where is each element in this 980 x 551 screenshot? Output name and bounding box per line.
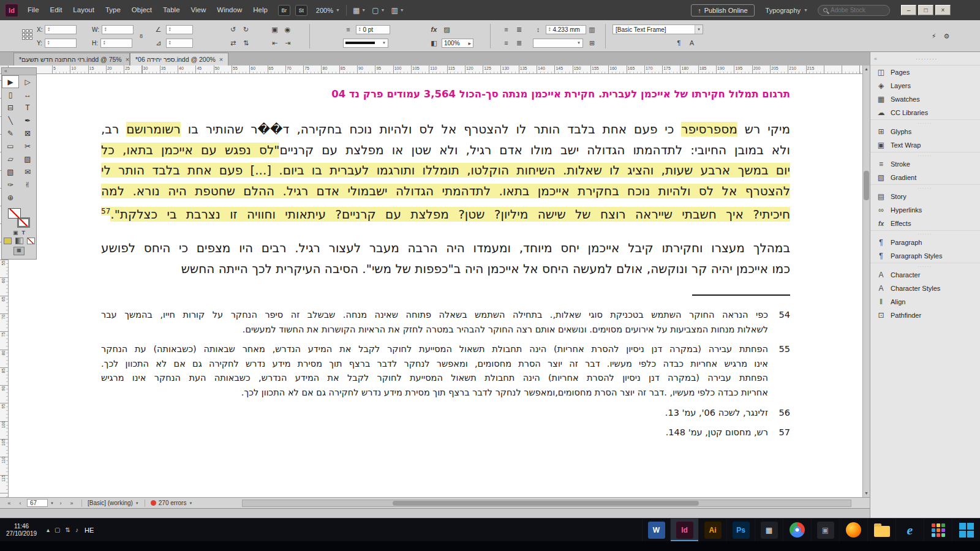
- search-input[interactable]: [831, 7, 883, 13]
- stock-icon[interactable]: St: [295, 5, 307, 16]
- minimize-button[interactable]: –: [901, 5, 916, 15]
- menu-layout[interactable]: Layout: [67, 0, 100, 20]
- columns-icon[interactable]: ▥: [587, 24, 597, 34]
- rectangle-frame-tool[interactable]: ⊠: [19, 127, 36, 140]
- gutter-icon[interactable]: ⊞: [587, 38, 597, 48]
- panel-item-character-styles[interactable]: ACharacter Styles: [870, 282, 980, 295]
- taskbar-apps-grid[interactable]: [924, 519, 952, 541]
- menu-view[interactable]: View: [186, 0, 212, 20]
- panel-item-pathfinder[interactable]: ⊡Pathfinder: [870, 309, 980, 322]
- taskbar-illustrator[interactable]: Ai: [698, 519, 726, 541]
- panel-options-gear-icon[interactable]: ⚙: [941, 31, 952, 41]
- content-collector-tool[interactable]: ⊟: [2, 101, 19, 114]
- tray-network-icon[interactable]: ⇅: [66, 527, 70, 533]
- screen-mode-dropdown[interactable]: ▢▼: [372, 6, 385, 15]
- pen-tool[interactable]: ✒: [19, 114, 36, 127]
- scroll-up-icon[interactable]: ▲: [863, 66, 870, 73]
- reference-point-proxy[interactable]: [22, 29, 32, 40]
- pencil-tool[interactable]: ✎: [2, 127, 19, 140]
- taskbar-firefox[interactable]: [839, 519, 867, 541]
- opacity-field[interactable]: 100%▶: [442, 39, 473, 48]
- rectangle-tool[interactable]: ▭: [2, 140, 19, 152]
- tray-display-icon[interactable]: ▢: [55, 527, 60, 533]
- arrange-documents-dropdown[interactable]: ▥▼: [391, 6, 404, 15]
- last-page-button[interactable]: »: [67, 500, 76, 506]
- panel-item-hyperlinks[interactable]: ∞Hyperlinks: [870, 203, 980, 217]
- preflight-profile-label[interactable]: [Basic] (working): [88, 500, 133, 506]
- zoom-level-dropdown[interactable]: 200% ▼: [316, 7, 340, 14]
- page-tool[interactable]: ▯: [2, 88, 19, 101]
- preflight-errors-label[interactable]: 270 errors: [159, 500, 187, 506]
- scissors-tool[interactable]: ✂: [19, 140, 36, 152]
- tab-close-icon[interactable]: ×: [219, 56, 223, 63]
- taskbar-chrome[interactable]: [783, 519, 811, 541]
- menu-table[interactable]: Table: [157, 0, 186, 20]
- effects-fx-icon[interactable]: fx: [429, 24, 439, 34]
- panel-item-effects[interactable]: fxEffects: [870, 217, 980, 230]
- note-tool[interactable]: ✉: [19, 165, 36, 178]
- select-previous-icon[interactable]: ⇤: [270, 38, 280, 48]
- object-style-dropdown[interactable]: [Basic Text Frame]▼: [612, 24, 703, 34]
- close-button[interactable]: ×: [935, 5, 951, 15]
- flip-vertical-icon[interactable]: ⇅: [241, 38, 251, 48]
- apply-none-button[interactable]: [27, 238, 35, 244]
- chevron-down-icon[interactable]: ▼: [50, 501, 54, 505]
- character-formatting-icon[interactable]: A: [687, 38, 697, 48]
- leading-field[interactable]: 4.233 mm: [546, 25, 586, 34]
- scroll-down-icon[interactable]: ▼: [863, 490, 870, 497]
- chevron-down-icon[interactable]: ▼: [135, 501, 139, 505]
- panel-item-cc-libraries[interactable]: ☁CC Libraries: [870, 106, 980, 119]
- menu-help[interactable]: Help: [247, 0, 273, 20]
- align-left-icon[interactable]: ≡: [501, 24, 511, 34]
- gpu-performance-icon[interactable]: ⚡: [929, 31, 939, 41]
- panel-item-align[interactable]: ‖Align: [870, 295, 980, 309]
- panel-item-story[interactable]: ▤Story: [870, 190, 980, 203]
- menu-object[interactable]: Object: [126, 0, 157, 20]
- panel-item-gradient[interactable]: ▧Gradient: [870, 171, 980, 184]
- shear-angle-field[interactable]: [166, 39, 193, 48]
- publish-online-button[interactable]: ↑ Publish Online: [691, 4, 754, 17]
- horizontal-scrollbar-thumb[interactable]: [393, 501, 699, 506]
- stroke-type-dropdown[interactable]: ▼: [343, 39, 388, 48]
- gradient-feather-tool[interactable]: ▧: [2, 165, 19, 178]
- x-field[interactable]: [45, 25, 77, 34]
- workspace-switcher[interactable]: Typography ▼: [766, 7, 808, 14]
- tray-show-hidden-icon[interactable]: ▴: [47, 527, 50, 533]
- menu-window[interactable]: Window: [211, 0, 247, 20]
- panel-item-text-wrap[interactable]: ▣Text Wrap: [870, 138, 980, 152]
- rotate-cw-icon[interactable]: ↻: [241, 24, 251, 34]
- stroke-swatch[interactable]: [17, 217, 30, 228]
- panel-item-pages[interactable]: ◫Pages: [870, 66, 980, 79]
- free-transform-tool[interactable]: ▱: [2, 152, 19, 165]
- height-field[interactable]: [100, 39, 132, 48]
- panel-dock-header[interactable]: « ∙∙∙∙∙∙∙∙: [870, 52, 980, 66]
- align-top-icon[interactable]: ≡: [501, 38, 511, 48]
- view-options-dropdown[interactable]: ▦▼: [353, 6, 366, 15]
- first-page-button[interactable]: «: [5, 500, 13, 506]
- select-content-icon[interactable]: ◉: [282, 24, 293, 34]
- menu-file[interactable]: File: [22, 0, 45, 20]
- page-number-field[interactable]: 67: [27, 499, 48, 507]
- eyedropper-tool[interactable]: ✑: [2, 178, 19, 191]
- taskbar-app-dark[interactable]: ▣: [811, 519, 839, 541]
- fill-stroke-proxy[interactable]: [8, 208, 30, 228]
- panel-item-character[interactable]: ACharacter: [870, 268, 980, 282]
- next-page-button[interactable]: ›: [56, 500, 65, 506]
- panel-item-stroke[interactable]: ≡Stroke: [870, 157, 980, 171]
- type-tool[interactable]: T: [19, 101, 36, 114]
- document-page[interactable]: תרגום תמלול חקירתו של אייכמן לעברית. חקי…: [9, 74, 862, 497]
- tools-panel-header[interactable]: «: [2, 68, 36, 75]
- rotation-angle-field[interactable]: [166, 25, 193, 34]
- panel-item-glyphs[interactable]: ⊞Glyphs: [870, 125, 980, 138]
- text-frame[interactable]: תרגום תמלול חקירתו של אייכמן לעברית. חקי…: [101, 74, 790, 497]
- panel-item-paragraph[interactable]: ¶Paragraph: [870, 236, 980, 249]
- adobe-stock-search[interactable]: [818, 5, 890, 16]
- taskbar-file-explorer[interactable]: [867, 519, 895, 541]
- taskbar-start[interactable]: [952, 519, 980, 541]
- document-tab[interactable]: *ספר יחידה 06.indd @ 200%×: [130, 53, 228, 66]
- screen-mode-button[interactable]: ▦: [13, 247, 24, 255]
- apply-color-button[interactable]: [4, 238, 12, 244]
- selection-tool[interactable]: ▶: [2, 75, 19, 88]
- rotate-ccw-icon[interactable]: ↺: [228, 24, 238, 34]
- select-next-icon[interactable]: ⇥: [282, 38, 293, 48]
